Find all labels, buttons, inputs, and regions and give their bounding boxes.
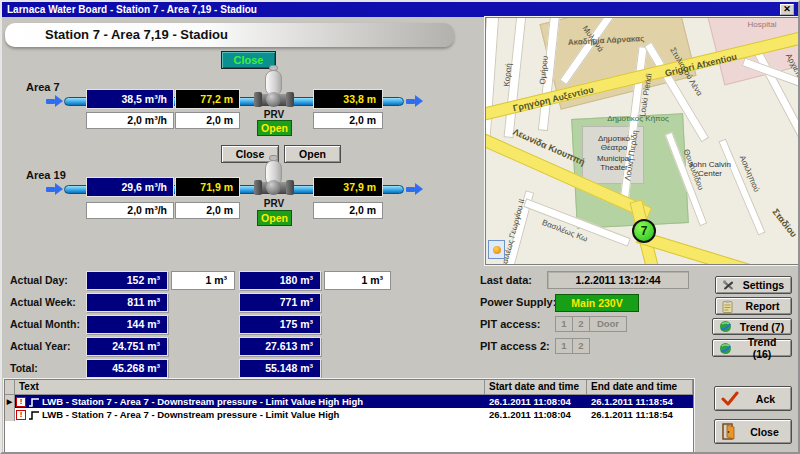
checkmark-icon bbox=[721, 391, 739, 407]
map-overview-control[interactable] bbox=[488, 240, 505, 259]
actual-month-value-1: 144 m³ bbox=[86, 315, 168, 334]
area7-valve-flange-left-icon bbox=[254, 92, 262, 107]
window-titlebar[interactable]: Larnaca Water Board - Station 7 - Area 7… bbox=[2, 2, 798, 17]
area7-downstream-pressure-value: 33,8 m bbox=[313, 89, 383, 109]
area7-inlet-arrowhead-icon bbox=[55, 95, 63, 107]
trend-16-label: Trend (16) bbox=[737, 336, 791, 360]
station-7-map-marker[interactable]: 7 bbox=[632, 219, 656, 243]
alarm-table-header: Text Start date and time End date and ti… bbox=[5, 380, 693, 395]
report-button[interactable]: Report bbox=[715, 297, 792, 315]
area19-valve-flange-left-icon bbox=[254, 180, 262, 195]
area19-inlet-arrow-icon bbox=[46, 187, 55, 192]
area19-outlet-arrowhead-icon bbox=[415, 183, 423, 195]
alarm-start-header[interactable]: Start date and time bbox=[485, 380, 587, 395]
area19-inlet-arrowhead-icon bbox=[55, 183, 63, 195]
alarm-row[interactable]: ! LWB - Station 7 - Area 7 - Downstream … bbox=[5, 408, 693, 421]
area7-valve-flange-right-icon bbox=[286, 92, 294, 107]
alarm-end-time: 26.1.2011 11:18:54 bbox=[587, 396, 693, 407]
close-dialog-label: Close bbox=[742, 426, 791, 438]
trend-7-button[interactable]: Trend (7) bbox=[712, 318, 792, 335]
area19-downstream-pressure-value: 37,9 m bbox=[313, 177, 383, 197]
report-icon bbox=[722, 300, 733, 313]
area7-valve-close-command[interactable]: Close bbox=[221, 51, 276, 69]
map-place-theater-en: Municipal Theater bbox=[584, 154, 644, 172]
alarm-end-header[interactable]: End date and time bbox=[587, 380, 693, 395]
actual-week-label: Actual Week: bbox=[10, 296, 76, 308]
location-map[interactable]: Γρηγόρη Αυξεντίου Grigori Afxentiou Λεων… bbox=[485, 17, 799, 265]
report-label: Report bbox=[738, 300, 791, 312]
area7-outlet-arrow-icon bbox=[406, 99, 415, 104]
trend-icon bbox=[719, 320, 732, 333]
trend-16-button[interactable]: Trend (16) bbox=[712, 339, 792, 357]
area7-flow-setpoint-field[interactable]: 2,0 m³/h bbox=[86, 112, 174, 129]
row-selector-icon: ▶ bbox=[5, 395, 15, 408]
power-supply-status: Main 230V bbox=[555, 294, 639, 312]
area7-outlet-arrowhead-icon bbox=[415, 95, 423, 107]
area19-upstream-pressure-value: 71,9 m bbox=[175, 177, 240, 197]
area19-valve-ball-icon bbox=[266, 180, 281, 195]
actual-day-setpoint-2[interactable]: 1 m³ bbox=[324, 271, 391, 290]
close-dialog-button[interactable]: Close bbox=[714, 419, 792, 444]
alarm-message: LWB - Station 7 - Area 7 - Downstream pr… bbox=[42, 396, 363, 407]
map-place-calvin: John Calvin Center bbox=[678, 160, 742, 178]
map-street bbox=[485, 17, 499, 138]
area7-label: Area 7 bbox=[26, 81, 60, 93]
actual-week-value-2: 771 m³ bbox=[239, 293, 321, 312]
tools-icon bbox=[722, 279, 735, 292]
area7-upstream-setpoint-field[interactable]: 2,0 m bbox=[175, 112, 240, 129]
last-data-label: Last data: bbox=[480, 274, 532, 286]
page-title: Station 7 - Area 7,19 - Stadiou bbox=[5, 23, 454, 47]
alarm-step-icon bbox=[28, 410, 40, 420]
ack-label: Ack bbox=[744, 393, 791, 405]
area7-prv-label: PRV bbox=[259, 109, 289, 120]
map-place-hospital: Hospital bbox=[732, 20, 792, 29]
alarm-table[interactable]: Text Start date and time End date and ti… bbox=[4, 379, 694, 453]
pit-access2-2: 2 bbox=[572, 338, 590, 354]
actual-day-label: Actual Day: bbox=[10, 274, 68, 286]
pit-access-label: PIT access: bbox=[480, 318, 541, 330]
window-close-button[interactable]: ✕ bbox=[780, 4, 794, 15]
actual-year-value-2: 27.613 m³ bbox=[239, 337, 321, 356]
area7-downstream-setpoint-field[interactable]: 2,0 m bbox=[313, 112, 383, 129]
ack-button[interactable]: Ack bbox=[714, 386, 792, 411]
area19-upstream-setpoint-field[interactable]: 2,0 m bbox=[175, 202, 240, 219]
trend-7-label: Trend (7) bbox=[737, 321, 791, 333]
area7-valve-ball-icon bbox=[266, 92, 281, 107]
area19-flow-value: 29,6 m³/h bbox=[86, 177, 174, 197]
map-place-garden: Δημοτικός Κήπος bbox=[598, 114, 678, 123]
area19-label: Area 19 bbox=[26, 169, 66, 181]
area7-flow-value: 38,5 m³/h bbox=[86, 89, 174, 109]
window-title: Larnaca Water Board - Station 7 - Area 7… bbox=[7, 4, 257, 15]
pit-access2-1: 1 bbox=[555, 338, 573, 354]
actual-day-setpoint-1[interactable]: 1 m³ bbox=[171, 271, 235, 290]
alarm-icon: ! bbox=[16, 397, 26, 407]
area7-prv-status: Open bbox=[257, 120, 292, 136]
pit-access-1: 1 bbox=[555, 316, 573, 332]
area19-prv-status: Open bbox=[257, 210, 292, 226]
alarm-icon: ! bbox=[16, 410, 26, 420]
actual-year-label: Actual Year: bbox=[10, 340, 71, 352]
actual-month-label: Actual Month: bbox=[10, 318, 80, 330]
area19-downstream-setpoint-field[interactable]: 2,0 m bbox=[313, 202, 383, 219]
page-title-text: Station 7 - Area 7,19 - Stadiou bbox=[45, 27, 228, 42]
map-road-label: Σταδίου bbox=[770, 207, 798, 239]
area7-upstream-pressure-value: 77,2 m bbox=[175, 89, 240, 109]
area19-flow-setpoint-field[interactable]: 2,0 m³/h bbox=[86, 202, 174, 219]
area19-open-button[interactable]: Open bbox=[284, 145, 341, 163]
settings-button[interactable]: Settings bbox=[715, 276, 792, 294]
row-selector bbox=[5, 408, 15, 421]
alarm-step-icon bbox=[28, 397, 40, 407]
pit-access-door: Door bbox=[589, 316, 627, 332]
total-value-2: 55.148 m³ bbox=[239, 359, 321, 378]
area19-outlet-arrow-icon bbox=[406, 187, 415, 192]
total-value-1: 45.268 m³ bbox=[86, 359, 168, 378]
total-label: Total: bbox=[10, 362, 38, 374]
area19-valve-flange-right-icon bbox=[286, 180, 294, 195]
alarm-row[interactable]: ▶ ! LWB - Station 7 - Area 7 - Downstrea… bbox=[5, 395, 693, 408]
area7-inlet-arrow-icon bbox=[46, 99, 55, 104]
actual-day-value-2: 180 m³ bbox=[239, 271, 321, 290]
overview-icon bbox=[493, 246, 501, 254]
alarm-text-header[interactable]: Text bbox=[15, 380, 485, 395]
settings-label: Settings bbox=[740, 279, 791, 291]
actual-day-value-1: 152 m³ bbox=[86, 271, 168, 290]
